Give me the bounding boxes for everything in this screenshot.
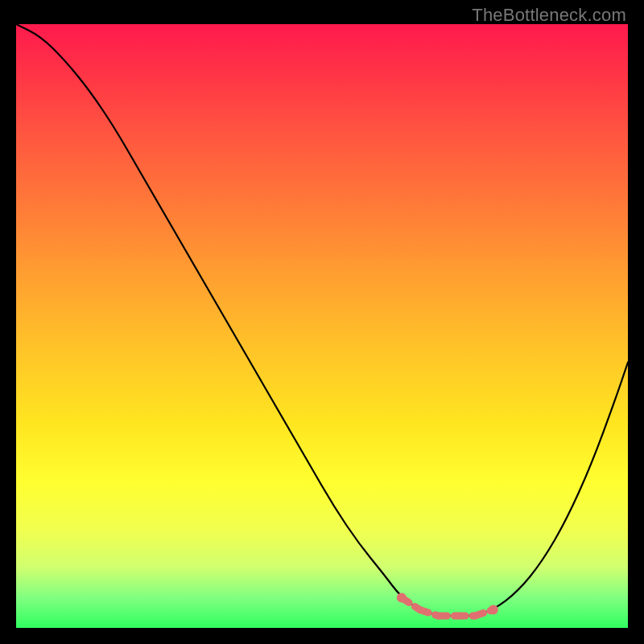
optimal-range-markers [397,593,498,617]
plot-area [16,24,628,628]
curve-svg [16,24,628,628]
watermark-text: TheBottleneck.com [472,5,626,26]
bottleneck-curve [16,24,628,616]
marker-dash [475,610,493,617]
chart-frame: TheBottleneck.com [0,0,644,644]
